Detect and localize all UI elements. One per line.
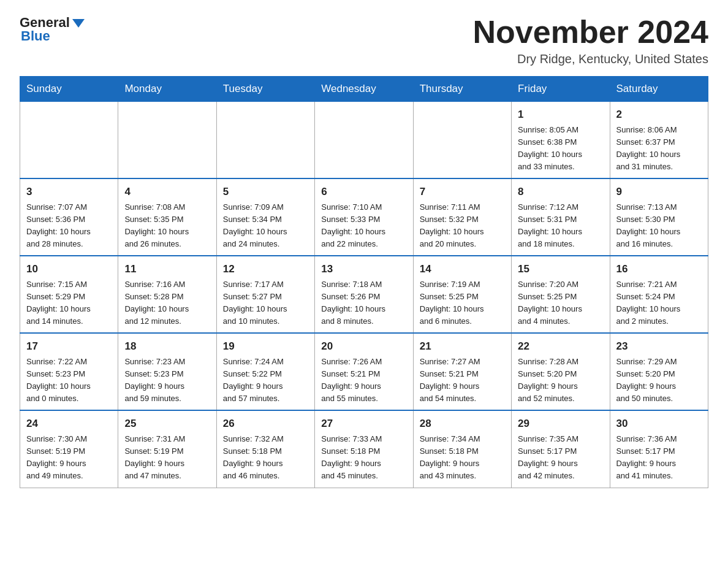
day-info: Sunrise: 7:22 AM Sunset: 5:23 PM Dayligh…	[26, 356, 112, 405]
day-number: 21	[420, 339, 505, 354]
day-of-week-header: Tuesday	[216, 77, 314, 102]
calendar-cell: 29Sunrise: 7:35 AM Sunset: 5:17 PM Dayli…	[512, 410, 610, 488]
calendar-week-row: 24Sunrise: 7:30 AM Sunset: 5:19 PM Dayli…	[20, 410, 708, 488]
day-info: Sunrise: 7:27 AM Sunset: 5:21 PM Dayligh…	[420, 356, 505, 405]
day-number: 28	[420, 416, 505, 432]
calendar-cell	[413, 102, 511, 179]
day-number: 20	[321, 339, 406, 354]
day-number: 6	[321, 184, 406, 200]
calendar-cell: 6Sunrise: 7:10 AM Sunset: 5:33 PM Daylig…	[315, 178, 413, 256]
day-info: Sunrise: 8:06 AM Sunset: 6:37 PM Dayligh…	[616, 124, 702, 174]
calendar-cell: 12Sunrise: 7:17 AM Sunset: 5:27 PM Dayli…	[216, 256, 314, 333]
calendar-cell: 14Sunrise: 7:19 AM Sunset: 5:25 PM Dayli…	[413, 256, 511, 333]
calendar-cell: 9Sunrise: 7:13 AM Sunset: 5:30 PM Daylig…	[610, 178, 708, 256]
day-number: 18	[124, 339, 210, 354]
day-number: 19	[223, 339, 308, 354]
day-number: 2	[616, 107, 702, 123]
day-number: 5	[223, 184, 308, 200]
day-info: Sunrise: 7:16 AM Sunset: 5:28 PM Dayligh…	[124, 278, 210, 328]
day-number: 25	[124, 416, 210, 432]
day-info: Sunrise: 7:28 AM Sunset: 5:20 PM Dayligh…	[518, 356, 603, 405]
day-info: Sunrise: 7:08 AM Sunset: 5:35 PM Dayligh…	[124, 201, 210, 251]
calendar-cell: 19Sunrise: 7:24 AM Sunset: 5:22 PM Dayli…	[216, 333, 314, 410]
calendar-cell: 17Sunrise: 7:22 AM Sunset: 5:23 PM Dayli…	[20, 333, 118, 410]
calendar-week-row: 3Sunrise: 7:07 AM Sunset: 5:36 PM Daylig…	[20, 178, 708, 256]
day-info: Sunrise: 7:32 AM Sunset: 5:18 PM Dayligh…	[223, 433, 308, 483]
calendar-cell: 27Sunrise: 7:33 AM Sunset: 5:18 PM Dayli…	[315, 410, 413, 488]
calendar-cell: 11Sunrise: 7:16 AM Sunset: 5:28 PM Dayli…	[118, 256, 216, 333]
day-number: 30	[616, 416, 702, 432]
day-number: 15	[518, 261, 603, 277]
calendar-cell: 8Sunrise: 7:12 AM Sunset: 5:31 PM Daylig…	[512, 178, 610, 256]
calendar-table: SundayMondayTuesdayWednesdayThursdayFrid…	[20, 76, 708, 488]
calendar-cell: 21Sunrise: 7:27 AM Sunset: 5:21 PM Dayli…	[413, 333, 511, 410]
day-info: Sunrise: 7:31 AM Sunset: 5:19 PM Dayligh…	[124, 433, 210, 483]
calendar-cell: 22Sunrise: 7:28 AM Sunset: 5:20 PM Dayli…	[512, 333, 610, 410]
logo-arrow-icon	[72, 19, 85, 28]
calendar-cell: 24Sunrise: 7:30 AM Sunset: 5:19 PM Dayli…	[20, 410, 118, 488]
month-title: November 2024	[473, 15, 708, 50]
calendar-cell: 26Sunrise: 7:32 AM Sunset: 5:18 PM Dayli…	[216, 410, 314, 488]
day-number: 4	[124, 184, 210, 200]
calendar-cell: 18Sunrise: 7:23 AM Sunset: 5:23 PM Dayli…	[118, 333, 216, 410]
day-number: 8	[518, 184, 603, 200]
calendar-cell: 7Sunrise: 7:11 AM Sunset: 5:32 PM Daylig…	[413, 178, 511, 256]
day-info: Sunrise: 7:36 AM Sunset: 5:17 PM Dayligh…	[616, 433, 702, 483]
day-number: 9	[616, 184, 702, 200]
day-number: 17	[26, 339, 112, 354]
calendar-cell: 10Sunrise: 7:15 AM Sunset: 5:29 PM Dayli…	[20, 256, 118, 333]
day-number: 24	[26, 416, 112, 432]
day-info: Sunrise: 7:23 AM Sunset: 5:23 PM Dayligh…	[124, 356, 210, 405]
day-info: Sunrise: 8:05 AM Sunset: 6:38 PM Dayligh…	[518, 124, 603, 174]
day-info: Sunrise: 7:09 AM Sunset: 5:34 PM Dayligh…	[223, 201, 308, 251]
calendar-cell: 16Sunrise: 7:21 AM Sunset: 5:24 PM Dayli…	[610, 256, 708, 333]
day-number: 27	[321, 416, 406, 432]
title-block: November 2024 Dry Ridge, Kentucky, Unite…	[473, 15, 708, 66]
day-of-week-header: Friday	[512, 77, 610, 102]
day-info: Sunrise: 7:11 AM Sunset: 5:32 PM Dayligh…	[420, 201, 505, 251]
day-of-week-header: Sunday	[20, 77, 118, 102]
day-info: Sunrise: 7:15 AM Sunset: 5:29 PM Dayligh…	[26, 278, 112, 328]
day-of-week-header: Monday	[118, 77, 216, 102]
day-number: 11	[124, 261, 210, 277]
day-info: Sunrise: 7:24 AM Sunset: 5:22 PM Dayligh…	[223, 356, 308, 405]
calendar-cell: 13Sunrise: 7:18 AM Sunset: 5:26 PM Dayli…	[315, 256, 413, 333]
day-info: Sunrise: 7:21 AM Sunset: 5:24 PM Dayligh…	[616, 278, 702, 328]
calendar-cell: 28Sunrise: 7:34 AM Sunset: 5:18 PM Dayli…	[413, 410, 511, 488]
day-number: 14	[420, 261, 505, 277]
calendar-week-row: 10Sunrise: 7:15 AM Sunset: 5:29 PM Dayli…	[20, 256, 708, 333]
day-info: Sunrise: 7:18 AM Sunset: 5:26 PM Dayligh…	[321, 278, 406, 328]
calendar-cell: 30Sunrise: 7:36 AM Sunset: 5:17 PM Dayli…	[610, 410, 708, 488]
day-info: Sunrise: 7:33 AM Sunset: 5:18 PM Dayligh…	[321, 433, 406, 483]
day-info: Sunrise: 7:10 AM Sunset: 5:33 PM Dayligh…	[321, 201, 406, 251]
day-info: Sunrise: 7:13 AM Sunset: 5:30 PM Dayligh…	[616, 201, 702, 251]
day-of-week-header: Saturday	[610, 77, 708, 102]
day-info: Sunrise: 7:35 AM Sunset: 5:17 PM Dayligh…	[518, 433, 603, 483]
day-number: 7	[420, 184, 505, 200]
calendar-cell: 25Sunrise: 7:31 AM Sunset: 5:19 PM Dayli…	[118, 410, 216, 488]
day-info: Sunrise: 7:29 AM Sunset: 5:20 PM Dayligh…	[616, 356, 702, 405]
calendar-cell: 3Sunrise: 7:07 AM Sunset: 5:36 PM Daylig…	[20, 178, 118, 256]
day-info: Sunrise: 7:07 AM Sunset: 5:36 PM Dayligh…	[26, 201, 112, 251]
calendar-cell: 4Sunrise: 7:08 AM Sunset: 5:35 PM Daylig…	[118, 178, 216, 256]
day-info: Sunrise: 7:17 AM Sunset: 5:27 PM Dayligh…	[223, 278, 308, 328]
calendar-cell	[118, 102, 216, 179]
day-info: Sunrise: 7:20 AM Sunset: 5:25 PM Dayligh…	[518, 278, 603, 328]
calendar-cell	[20, 102, 118, 179]
calendar-cell: 1Sunrise: 8:05 AM Sunset: 6:38 PM Daylig…	[512, 102, 610, 179]
calendar-week-row: 1Sunrise: 8:05 AM Sunset: 6:38 PM Daylig…	[20, 102, 708, 179]
day-number: 10	[26, 261, 112, 277]
day-number: 26	[223, 416, 308, 432]
location: Dry Ridge, Kentucky, United States	[473, 52, 708, 66]
page-header: General Blue November 2024 Dry Ridge, Ke…	[20, 15, 708, 66]
calendar-cell: 15Sunrise: 7:20 AM Sunset: 5:25 PM Dayli…	[512, 256, 610, 333]
day-of-week-header: Thursday	[413, 77, 511, 102]
day-info: Sunrise: 7:12 AM Sunset: 5:31 PM Dayligh…	[518, 201, 603, 251]
day-number: 13	[321, 261, 406, 277]
calendar-header-row: SundayMondayTuesdayWednesdayThursdayFrid…	[20, 77, 708, 102]
calendar-cell: 2Sunrise: 8:06 AM Sunset: 6:37 PM Daylig…	[610, 102, 708, 179]
calendar-cell	[315, 102, 413, 179]
day-number: 16	[616, 261, 702, 277]
day-info: Sunrise: 7:34 AM Sunset: 5:18 PM Dayligh…	[420, 433, 505, 483]
calendar-week-row: 17Sunrise: 7:22 AM Sunset: 5:23 PM Dayli…	[20, 333, 708, 410]
